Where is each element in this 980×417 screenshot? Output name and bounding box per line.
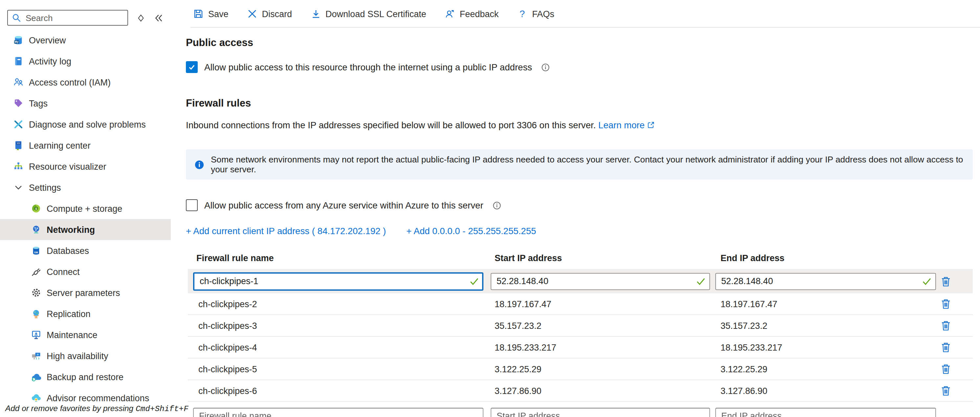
sidebar-item-label: Access control (IAM) [29, 77, 111, 87]
databases-icon: DB [31, 245, 41, 256]
diamond-icon[interactable] [137, 13, 145, 22]
feedback-icon [445, 8, 455, 19]
save-label: Save [208, 9, 229, 19]
sidebar-item-label: Databases [47, 246, 89, 256]
sidebar-item-tags[interactable]: Tags [0, 93, 171, 114]
search-input[interactable] [24, 12, 124, 23]
valid-check-icon [922, 277, 931, 285]
table-row: ch-clickpipes-5 3.122.25.29 3.122.25.29 [188, 358, 973, 380]
sidebar-item-diagnose[interactable]: Diagnose and solve problems [0, 114, 171, 135]
gear-icon [31, 288, 41, 298]
sidebar-item-label: Connect [47, 267, 80, 276]
azure-services-checkbox[interactable] [186, 199, 198, 211]
sidebar-item-label: Settings [29, 182, 61, 192]
sidebar-item-learning-center[interactable]: 101 Learning center [0, 135, 171, 156]
sidebar-item-label: Maintenance [47, 330, 97, 340]
learn-more-link[interactable]: Learn more [598, 120, 645, 130]
start-ip-cell: 18.195.233.217 [491, 342, 710, 352]
sidebar-item-label: Learning center [29, 141, 91, 150]
info-icon[interactable] [541, 62, 550, 72]
tag-icon [13, 98, 24, 109]
table-header-row: Firewall rule name Start IP address End … [188, 253, 973, 263]
delete-rule-button[interactable] [941, 299, 950, 309]
delete-rule-button[interactable] [941, 320, 950, 331]
end-ip-cell: 35.157.23.2 [715, 321, 936, 331]
feedback-label: Feedback [460, 9, 499, 19]
column-header-end-ip: End IP address [715, 253, 936, 263]
table-row: ch-clickpipes-6 3.127.86.90 3.127.86.90 [188, 380, 973, 402]
save-button[interactable]: Save [193, 8, 229, 19]
valid-check-icon [469, 277, 479, 285]
sidebar-item-backup-restore[interactable]: Backup and restore [0, 366, 171, 387]
sidebar-item-databases[interactable]: DB Databases [0, 240, 171, 261]
learning-center-icon: 101 [13, 140, 24, 151]
activity-log-icon [13, 56, 24, 66]
start-ip-cell: 35.157.23.2 [491, 321, 710, 331]
sidebar-item-label: High availability [47, 351, 108, 361]
faqs-label: FAQs [532, 9, 554, 19]
sidebar-item-networking[interactable]: Networking [0, 219, 171, 240]
discard-label: Discard [262, 9, 292, 19]
svg-text:?: ? [520, 8, 525, 19]
sidebar-item-overview[interactable]: My Overview [0, 30, 171, 51]
end-ip-input[interactable] [715, 273, 936, 290]
new-end-ip-input[interactable] [715, 408, 936, 417]
sidebar-item-label: Activity log [29, 56, 71, 66]
end-ip-cell: 3.127.86.90 [715, 386, 936, 396]
end-ip-cell: 18.197.167.47 [715, 299, 936, 309]
firewall-description: Inbound connections from the IP addresse… [186, 120, 980, 130]
sidebar-item-label: Advisor recommendations [47, 393, 149, 403]
collapse-sidebar-icon[interactable] [154, 13, 164, 23]
azure-services-checkbox-label: Allow public access from any Azure servi… [204, 200, 484, 210]
sidebar-item-label: Backup and restore [47, 372, 124, 382]
rule-name-input[interactable] [193, 272, 484, 291]
add-all-ips-link[interactable]: + Add 0.0.0.0 - 255.255.255.255 [406, 226, 536, 236]
feedback-button[interactable]: Feedback [445, 8, 499, 19]
download-icon [310, 8, 321, 19]
sidebar-item-connect[interactable]: Connect [0, 261, 171, 282]
sidebar: My Overview Activity log Access control … [0, 0, 171, 417]
search-box[interactable] [7, 10, 128, 26]
svg-text:My: My [15, 40, 19, 43]
sidebar-item-resource-visualizer[interactable]: Resource visualizer [0, 156, 171, 177]
delete-rule-button[interactable] [941, 342, 950, 353]
svg-text:101: 101 [17, 142, 21, 144]
search-icon [12, 13, 21, 22]
sidebar-item-maintenance[interactable]: Maintenance [0, 324, 171, 345]
info-filled-icon [194, 160, 204, 169]
public-access-checkbox[interactable] [186, 61, 198, 73]
sidebar-item-high-availability[interactable]: High availability [0, 345, 171, 366]
sidebar-item-compute-storage[interactable]: $ Compute + storage [0, 198, 171, 219]
new-start-ip-input[interactable] [491, 408, 710, 417]
table-row: ch-clickpipes-3 35.157.23.2 35.157.23.2 [188, 315, 973, 337]
add-client-ip-link[interactable]: + Add current client IP address ( 84.172… [186, 226, 386, 236]
sidebar-item-replication[interactable]: Replication [0, 303, 171, 324]
sidebar-item-label: Networking [47, 225, 95, 235]
rule-name-cell: ch-clickpipes-6 [193, 386, 484, 396]
rule-name-cell: ch-clickpipes-3 [193, 321, 484, 331]
sidebar-search-row [7, 10, 171, 26]
discard-button[interactable]: Discard [247, 8, 292, 19]
delete-rule-button[interactable] [941, 276, 950, 286]
sidebar-item-label: Server parameters [47, 288, 120, 298]
advisor-icon [31, 393, 41, 403]
favorites-note: Add or remove favorites by pressing Cmd+… [5, 404, 189, 414]
table-row-edit [188, 269, 973, 293]
new-rule-name-input[interactable] [193, 408, 484, 417]
sidebar-item-server-parameters[interactable]: Server parameters [0, 282, 171, 303]
delete-rule-button[interactable] [941, 385, 950, 396]
info-banner-text: Some network environments may not report… [211, 155, 973, 174]
start-ip-input[interactable] [491, 273, 710, 290]
delete-rule-button[interactable] [941, 364, 950, 374]
access-control-icon [13, 77, 24, 88]
valid-check-icon [696, 277, 705, 285]
start-ip-cell: 3.127.86.90 [491, 386, 710, 396]
rule-name-cell: ch-clickpipes-2 [193, 299, 484, 309]
download-ssl-certificate-button[interactable]: Download SSL Certificate [310, 8, 426, 19]
start-ip-cell: 18.197.167.47 [491, 299, 710, 309]
sidebar-item-activity-log[interactable]: Activity log [0, 51, 171, 72]
info-icon[interactable] [492, 200, 502, 210]
sidebar-item-access-control[interactable]: Access control (IAM) [0, 72, 171, 93]
sidebar-item-settings-group[interactable]: Settings [0, 177, 171, 198]
faqs-button[interactable]: ? FAQs [517, 8, 554, 19]
